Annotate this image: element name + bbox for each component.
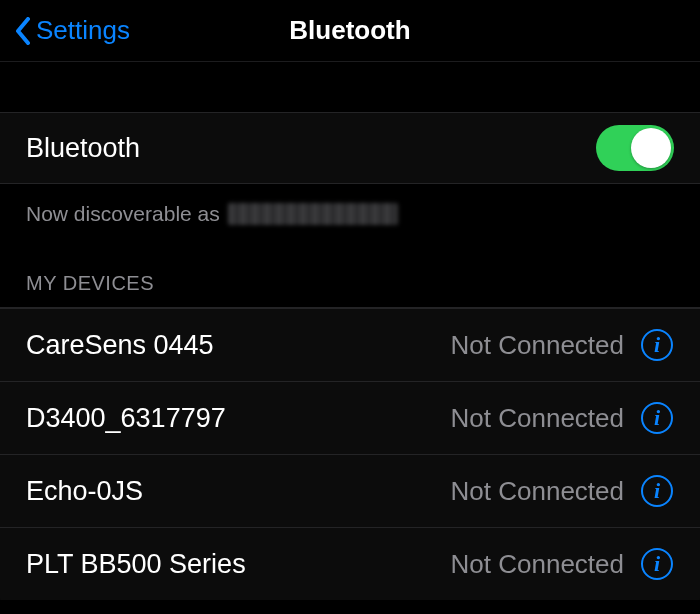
- device-list: CareSens 0445 Not Connected i D3400_6317…: [0, 307, 700, 600]
- device-right: Not Connected i: [451, 474, 674, 508]
- page-title: Bluetooth: [289, 15, 410, 46]
- device-status: Not Connected: [451, 476, 624, 507]
- svg-text:i: i: [654, 405, 661, 430]
- device-name: D3400_6317797: [26, 403, 226, 434]
- info-icon[interactable]: i: [640, 328, 674, 362]
- device-right: Not Connected i: [451, 401, 674, 435]
- spacer: [0, 62, 700, 112]
- device-name: CareSens 0445: [26, 330, 214, 361]
- nav-bar: Settings Bluetooth: [0, 0, 700, 62]
- bluetooth-toggle-row: Bluetooth: [0, 112, 700, 184]
- switch-knob: [631, 128, 671, 168]
- info-icon[interactable]: i: [640, 547, 674, 581]
- device-right: Not Connected i: [451, 547, 674, 581]
- svg-text:i: i: [654, 332, 661, 357]
- device-name: Echo-0JS: [26, 476, 143, 507]
- device-row[interactable]: D3400_6317797 Not Connected i: [0, 381, 700, 454]
- svg-text:i: i: [654, 551, 661, 576]
- back-label: Settings: [36, 15, 130, 46]
- discoverable-prefix: Now discoverable as: [26, 202, 220, 226]
- device-status: Not Connected: [451, 330, 624, 361]
- device-name: PLT BB500 Series: [26, 549, 246, 580]
- back-button[interactable]: Settings: [0, 15, 130, 46]
- bluetooth-toggle[interactable]: [596, 125, 674, 171]
- svg-text:i: i: [654, 478, 661, 503]
- device-row[interactable]: PLT BB500 Series Not Connected i: [0, 527, 700, 600]
- discoverable-text: Now discoverable as: [0, 184, 700, 226]
- my-devices-header: MY DEVICES: [0, 226, 700, 307]
- device-status: Not Connected: [451, 549, 624, 580]
- device-right: Not Connected i: [451, 328, 674, 362]
- device-row[interactable]: CareSens 0445 Not Connected i: [0, 308, 700, 381]
- info-icon[interactable]: i: [640, 401, 674, 435]
- bluetooth-toggle-label: Bluetooth: [26, 133, 140, 164]
- device-name-redacted: [228, 203, 398, 225]
- info-icon[interactable]: i: [640, 474, 674, 508]
- device-row[interactable]: Echo-0JS Not Connected i: [0, 454, 700, 527]
- chevron-left-icon: [14, 17, 32, 45]
- device-status: Not Connected: [451, 403, 624, 434]
